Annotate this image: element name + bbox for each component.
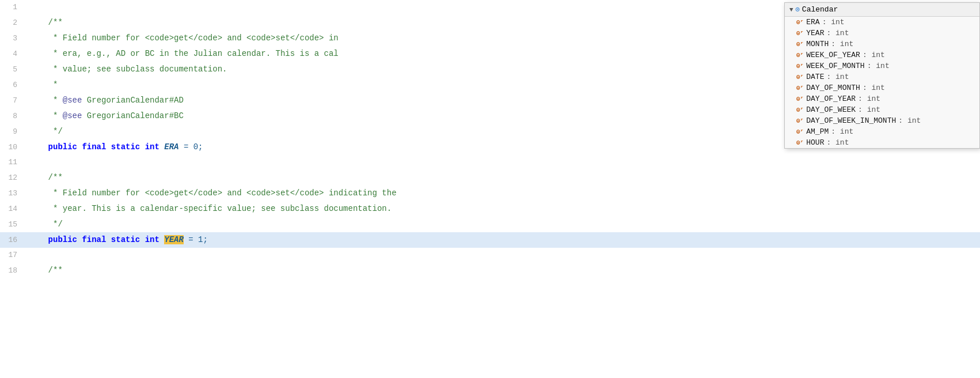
line-num-14: 14: [0, 202, 23, 217]
autocomplete-item-year[interactable]: ⊙ʳ YEAR : int: [785, 28, 979, 39]
field-type-day-of-year: : int: [858, 94, 880, 103]
autocomplete-item-date[interactable]: ⊙ʳ DATE : int: [785, 71, 979, 82]
line-content-13: * Field number for <code>get</code> and …: [23, 186, 980, 201]
field-name-day-of-year: DAY_OF_YEAR: [806, 94, 856, 103]
line-num-6: 6: [0, 78, 23, 93]
autocomplete-item-week-of-year[interactable]: ⊙ʳ WEEK_OF_YEAR : int: [785, 50, 979, 61]
line-content-12: /**: [23, 170, 980, 185]
line-18: 18 /**: [0, 263, 980, 278]
field-name-day-of-week: DAY_OF_WEEK: [806, 105, 856, 114]
field-type-hour: : int: [826, 138, 849, 147]
line-num-8: 8: [0, 109, 23, 124]
line-17: 17: [0, 248, 980, 263]
field-icon-am-pm: ⊙ʳ: [796, 128, 804, 135]
field-type-month: : int: [831, 40, 853, 48]
line-12: 12 /**: [0, 170, 980, 186]
line-num-4: 4: [0, 47, 23, 62]
line-16: 16 public final static int YEAR = 1;: [0, 232, 980, 248]
line-num-5: 5: [0, 62, 23, 77]
field-type-era: : int: [822, 18, 845, 27]
autocomplete-dropdown[interactable]: ▼ ⊙ Calendar ⊙ʳ ERA : int ⊙ʳ YEAR : int …: [784, 2, 980, 149]
line-content-16: public final static int YEAR = 1;: [23, 232, 980, 247]
field-name-date: DATE: [806, 73, 824, 81]
field-icon-day-of-week-in-month: ⊙ʳ: [796, 117, 804, 124]
autocomplete-item-am-pm[interactable]: ⊙ʳ AM_PM : int: [785, 126, 979, 137]
line-num-15: 15: [0, 217, 23, 232]
field-name-era: ERA: [806, 18, 819, 27]
field-icon-year: ⊙ʳ: [796, 29, 804, 37]
autocomplete-item-day-of-year[interactable]: ⊙ʳ DAY_OF_YEAR : int: [785, 93, 979, 104]
line-num-10: 10: [0, 140, 23, 155]
line-num-3: 3: [0, 31, 23, 46]
field-icon-hour: ⊙ʳ: [796, 139, 804, 146]
field-icon-month: ⊙ʳ: [796, 40, 804, 48]
line-num-1: 1: [0, 0, 23, 15]
field-type-day-of-week: : int: [858, 105, 880, 114]
line-15: 15 */: [0, 217, 980, 232]
autocomplete-class-name: Calendar: [802, 5, 838, 14]
code-editor[interactable]: 1 2 /** 3 * Field number for <code>get</…: [0, 0, 980, 378]
line-content-15: */: [23, 217, 980, 232]
autocomplete-item-day-of-week[interactable]: ⊙ʳ DAY_OF_WEEK : int: [785, 104, 979, 115]
line-num-7: 7: [0, 93, 23, 108]
expand-arrow-icon: ▼: [789, 6, 793, 13]
field-type-am-pm: : int: [831, 127, 853, 136]
line-13: 13 * Field number for <code>get</code> a…: [0, 186, 980, 201]
line-num-17: 17: [0, 248, 23, 263]
field-name-month: MONTH: [806, 40, 829, 48]
line-14: 14 * year. This is a calendar-specific v…: [0, 201, 980, 217]
autocomplete-item-month[interactable]: ⊙ʳ MONTH : int: [785, 39, 979, 50]
field-icon-week-of-month: ⊙ʳ: [796, 62, 804, 70]
field-name-day-of-month: DAY_OF_MONTH: [806, 84, 860, 92]
class-icon: ⊙: [796, 5, 800, 14]
field-name-week-of-year: WEEK_OF_YEAR: [806, 51, 860, 59]
line-num-18: 18: [0, 263, 23, 278]
autocomplete-item-hour[interactable]: ⊙ʳ HOUR : int: [785, 137, 979, 148]
field-type-day-of-week-in-month: : int: [898, 116, 921, 125]
line-num-13: 13: [0, 186, 23, 201]
line-num-16: 16: [0, 233, 23, 248]
field-type-date: : int: [826, 73, 849, 81]
line-num-11: 11: [0, 155, 23, 170]
field-name-day-of-week-in-month: DAY_OF_WEEK_IN_MONTH: [806, 116, 896, 125]
field-name-am-pm: AM_PM: [806, 127, 829, 136]
line-num-12: 12: [0, 171, 23, 186]
line-content-18: /**: [23, 263, 980, 278]
autocomplete-item-era[interactable]: ⊙ʳ ERA : int: [785, 17, 979, 28]
field-type-week-of-month: : int: [867, 62, 890, 70]
field-icon-day-of-year: ⊙ʳ: [796, 95, 804, 103]
field-type-year: : int: [826, 29, 849, 37]
field-type-day-of-month: : int: [863, 84, 885, 92]
autocomplete-item-week-of-month[interactable]: ⊙ʳ WEEK_OF_MONTH : int: [785, 61, 979, 71]
field-name-year: YEAR: [806, 29, 824, 37]
line-num-2: 2: [0, 16, 23, 31]
field-type-week-of-year: : int: [863, 51, 885, 59]
autocomplete-item-day-of-week-in-month[interactable]: ⊙ʳ DAY_OF_WEEK_IN_MONTH : int: [785, 115, 979, 126]
field-icon-week-of-year: ⊙ʳ: [796, 51, 804, 59]
line-content-14: * year. This is a calendar-specific valu…: [23, 201, 980, 216]
field-icon-date: ⊙ʳ: [796, 73, 804, 81]
line-num-9: 9: [0, 124, 23, 139]
autocomplete-header: ▼ ⊙ Calendar: [785, 3, 979, 17]
field-icon-era: ⊙ʳ: [796, 18, 804, 26]
field-name-week-of-month: WEEK_OF_MONTH: [806, 62, 864, 70]
field-name-hour: HOUR: [806, 138, 824, 147]
field-icon-day-of-month: ⊙ʳ: [796, 84, 804, 92]
field-icon-day-of-week: ⊙ʳ: [796, 106, 804, 114]
line-11: 11: [0, 155, 980, 170]
autocomplete-item-day-of-month[interactable]: ⊙ʳ DAY_OF_MONTH : int: [785, 82, 979, 93]
